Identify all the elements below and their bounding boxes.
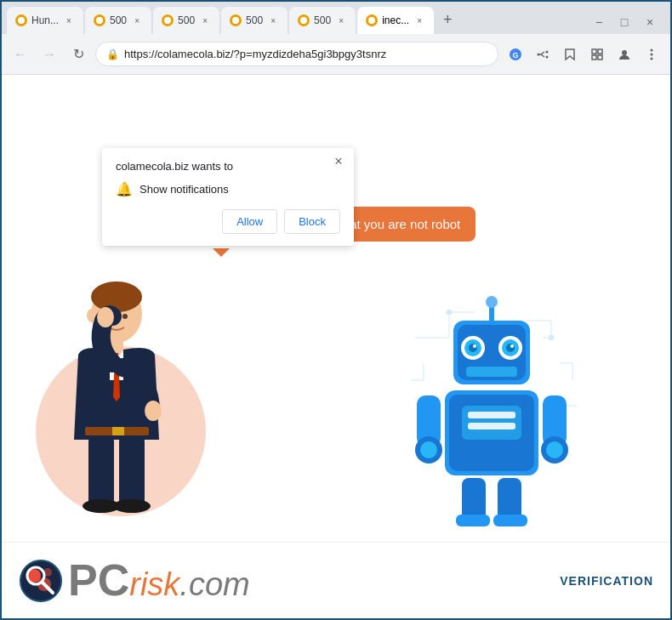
svg-point-4	[300, 17, 307, 24]
pcrisk-logo: PCrisk.com	[19, 558, 250, 603]
svg-point-21	[91, 282, 142, 312]
google-icon-btn[interactable]: G	[504, 43, 527, 66]
svg-point-27	[97, 307, 114, 327]
bookmark-icon-btn[interactable]	[558, 43, 582, 66]
logo-text: PCrisk.com	[68, 558, 250, 603]
tab-2-favicon	[162, 14, 174, 26]
svg-point-18	[651, 53, 653, 55]
popup-close-button[interactable]: ×	[330, 153, 347, 170]
tab-2-close[interactable]: ×	[199, 14, 211, 26]
forward-button[interactable]: →	[37, 43, 61, 66]
more-icon-btn[interactable]	[640, 43, 663, 66]
svg-point-16	[622, 50, 627, 55]
window-controls: − □ ×	[587, 14, 665, 34]
tab-5-close[interactable]: ×	[413, 14, 425, 26]
svg-rect-73	[498, 478, 521, 520]
tab-0-close[interactable]: ×	[63, 14, 75, 26]
tab-1-favicon	[94, 14, 105, 26]
svg-point-59	[510, 344, 514, 348]
svg-rect-12	[592, 49, 596, 54]
popup-buttons: Allow Block	[116, 209, 340, 234]
page-content: × colamecola.biz wants to 🔔 Show notific…	[2, 75, 670, 618]
logo-pc-text: PC	[68, 555, 129, 605]
robot-illustration	[407, 295, 577, 533]
tab-2[interactable]: 500 ×	[153, 7, 219, 34]
tab-3-close[interactable]: ×	[267, 14, 279, 26]
svg-point-47	[549, 335, 554, 340]
svg-point-0	[18, 17, 25, 24]
allow-button[interactable]: Allow	[222, 209, 277, 234]
tab-4[interactable]: 500 ×	[289, 7, 356, 34]
svg-rect-64	[468, 412, 515, 418]
new-tab-button[interactable]: +	[436, 8, 459, 31]
svg-rect-30	[112, 427, 124, 435]
address-bar: ← → ↻ 🔒 https://colamecola.biz/?p=myzdiz…	[2, 34, 670, 75]
address-text: https://colamecola.biz/?p=myzdizdeha5gi3…	[124, 48, 487, 60]
svg-point-56	[469, 344, 477, 352]
tab-grid-icon-btn[interactable]	[585, 43, 609, 66]
block-button[interactable]: Block	[284, 209, 340, 234]
svg-point-58	[473, 344, 476, 348]
tab-4-favicon	[298, 14, 310, 26]
tab-1-close[interactable]: ×	[131, 14, 143, 26]
minimize-button[interactable]: −	[587, 14, 611, 31]
svg-text:G: G	[512, 51, 518, 60]
tab-1-label: 500	[110, 14, 127, 26]
tab-bar: Hun... × 500 × 500 × 500 ×	[2, 2, 670, 34]
svg-point-10	[538, 53, 540, 55]
tab-0[interactable]: Hun... ×	[7, 7, 83, 34]
browser-window: Hun... × 500 × 500 × 500 ×	[0, 0, 672, 620]
pcrisk-logo-icon	[19, 559, 63, 603]
svg-point-34	[113, 499, 151, 513]
tab-4-close[interactable]: ×	[335, 14, 347, 26]
svg-point-9	[546, 55, 549, 58]
svg-rect-15	[598, 55, 602, 60]
svg-point-1	[96, 17, 103, 24]
svg-rect-72	[462, 478, 486, 520]
tab-5[interactable]: inec... ×	[357, 7, 434, 34]
back-button[interactable]: ←	[9, 43, 32, 66]
maximize-button[interactable]: □	[612, 14, 636, 31]
svg-point-5	[368, 17, 375, 24]
bell-icon: 🔔	[116, 181, 133, 197]
svg-point-28	[145, 401, 162, 421]
person-illustration	[27, 270, 214, 533]
page-footer: PCrisk.com VERIFICATION	[2, 542, 670, 618]
svg-point-19	[651, 57, 653, 60]
svg-point-2	[164, 17, 171, 24]
close-button[interactable]: ×	[638, 14, 662, 31]
svg-point-8	[546, 50, 549, 53]
tab-0-label: Hun...	[31, 14, 59, 26]
person-svg	[27, 270, 197, 533]
notification-popup: × colamecola.biz wants to 🔔 Show notific…	[102, 148, 354, 246]
popup-notification-row: 🔔 Show notifications	[116, 181, 340, 197]
share-icon-btn[interactable]	[531, 43, 555, 66]
svg-point-68	[420, 441, 437, 458]
popup-notification-text: Show notifications	[140, 183, 229, 196]
svg-rect-32	[119, 438, 145, 506]
refresh-button[interactable]: ↻	[66, 43, 90, 66]
logo-com-text: .com	[179, 566, 249, 602]
tab-5-favicon	[366, 14, 378, 26]
tab-1[interactable]: 500 ×	[85, 7, 151, 34]
verification-label: VERIFICATION	[560, 574, 653, 588]
tab-3[interactable]: 500 ×	[221, 7, 288, 34]
svg-marker-11	[566, 49, 574, 60]
tab-5-label: inec...	[382, 14, 409, 26]
svg-rect-65	[468, 423, 515, 429]
tab-0-favicon	[15, 14, 27, 26]
tab-3-favicon	[230, 14, 242, 26]
tab-4-label: 500	[314, 14, 331, 26]
svg-rect-31	[88, 438, 114, 506]
logo-risk-text: risk	[129, 566, 179, 602]
popup-title: colamecola.biz wants to	[116, 160, 340, 173]
address-input[interactable]: 🔒 https://colamecola.biz/?p=myzdizdeha5g…	[95, 42, 498, 66]
svg-rect-13	[598, 49, 602, 54]
robot-svg	[407, 295, 577, 533]
svg-rect-75	[493, 515, 527, 526]
address-actions: G	[504, 43, 663, 66]
svg-rect-74	[456, 515, 490, 526]
account-icon-btn[interactable]	[612, 43, 636, 66]
svg-rect-60	[466, 367, 517, 377]
svg-point-3	[232, 17, 239, 24]
